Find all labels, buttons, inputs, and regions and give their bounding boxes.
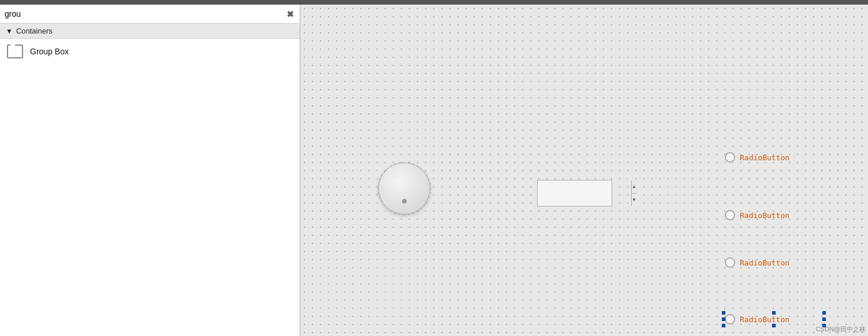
knob-indicator: [402, 199, 407, 204]
radio-label-3: RadioButton: [740, 259, 789, 267]
left-panel: grou ✖ ▼ Containers Group Box: [0, 5, 300, 336]
list-item-label: Group Box: [30, 47, 69, 56]
radio-circle-4: [725, 314, 735, 324]
radio-button-4[interactable]: RadioButton: [725, 314, 789, 324]
spinbox-widget[interactable]: ▲ ▼: [537, 180, 612, 206]
list-item-group-box[interactable]: Group Box: [0, 39, 300, 65]
category-label: Containers: [16, 27, 53, 35]
group-box-icon: [6, 42, 24, 61]
radio-button-2[interactable]: RadioButton: [725, 210, 789, 220]
radio-circle-1: [725, 152, 735, 163]
knob-body[interactable]: [378, 163, 430, 215]
radio-circle-3: [725, 257, 735, 268]
knob-widget[interactable]: [375, 160, 433, 217]
radio-button-1[interactable]: RadioButton: [725, 152, 789, 163]
search-input[interactable]: grou: [3, 7, 284, 21]
search-bar: grou ✖: [0, 5, 300, 24]
radio-circle-2: [725, 210, 735, 220]
radio-label-4: RadioButton: [740, 315, 789, 324]
item-list: Group Box: [0, 39, 300, 336]
radio-button-3[interactable]: RadioButton: [725, 257, 789, 268]
main-layout: grou ✖ ▼ Containers Group Box: [0, 5, 868, 336]
watermark: CSDN@田中之林: [816, 325, 866, 334]
spinbox-down-button[interactable]: ▼: [632, 193, 636, 206]
category-header[interactable]: ▼ Containers: [0, 24, 300, 39]
canvas-area: ▲ ▼ RadioButton RadioButton RadioButton …: [300, 5, 868, 336]
spinbox-up-button[interactable]: ▲: [632, 180, 636, 193]
category-arrow-icon: ▼: [6, 27, 13, 35]
spinbox-input[interactable]: [538, 180, 631, 206]
clear-search-button[interactable]: ✖: [284, 8, 296, 20]
radio-label-1: RadioButton: [740, 153, 789, 162]
top-bar: [0, 0, 868, 5]
spinbox-buttons: ▲ ▼: [631, 180, 636, 206]
radio-label-2: RadioButton: [740, 211, 789, 220]
